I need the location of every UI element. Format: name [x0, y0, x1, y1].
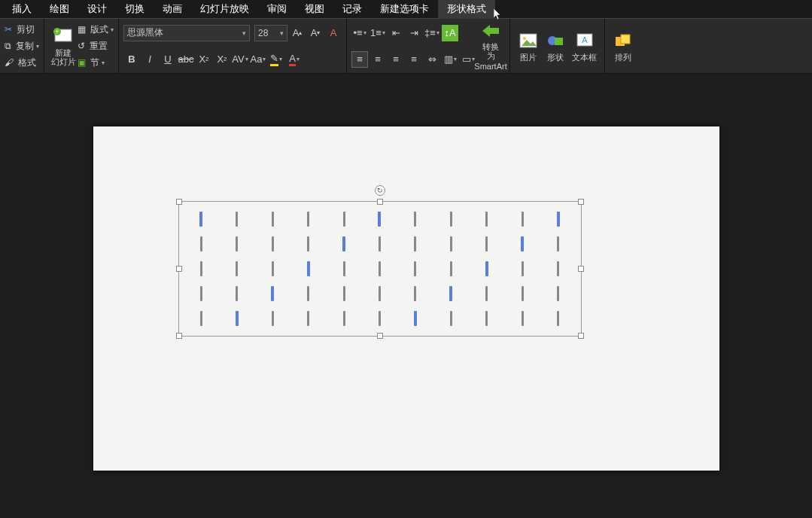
- tick-mark: [199, 212, 202, 227]
- arrange-icon: [613, 30, 634, 51]
- tick-mark: [557, 212, 560, 227]
- convert-smartart-button[interactable]: 转换为 SmartArt: [476, 21, 505, 71]
- decrease-indent-button[interactable]: ⇤: [388, 25, 404, 41]
- tick-mark: [236, 236, 238, 251]
- text-direction-button[interactable]: ↕A: [442, 25, 458, 41]
- resize-handle-tr[interactable]: [578, 199, 584, 205]
- eraser-icon: A: [330, 27, 337, 38]
- copy-button[interactable]: ⧉复制▾: [5, 38, 39, 54]
- rotation-handle[interactable]: ↻: [375, 185, 385, 196]
- menu-design[interactable]: 设计: [78, 0, 116, 19]
- tick-mark: [557, 236, 559, 251]
- menu-record[interactable]: 记录: [333, 0, 371, 19]
- textbox-content: [184, 206, 576, 331]
- increase-font-button[interactable]: A▴: [289, 25, 306, 41]
- shapes-button[interactable]: 形状: [542, 21, 569, 71]
- highlight-button[interactable]: ✎▾: [268, 51, 284, 68]
- menu-view[interactable]: 视图: [296, 0, 333, 19]
- align-left-button[interactable]: ≡: [351, 51, 368, 68]
- resize-handle-t[interactable]: [377, 199, 383, 205]
- resize-handle-l[interactable]: [176, 266, 182, 272]
- group-paragraph: •≡▾ 1≡▾ ⇤ ⇥ ‡≡▾ ↕A ≡ ≡ ≡ ≡ ⇔ ▥▾ ▭▾ 转换为 S…: [347, 19, 510, 73]
- arrange-button[interactable]: 排列: [610, 21, 637, 71]
- numbering-button[interactable]: 1≡▾: [370, 25, 386, 41]
- resize-handle-br[interactable]: [578, 333, 584, 339]
- chevron-down-icon: ▾: [382, 29, 385, 36]
- resize-handle-tl[interactable]: [176, 199, 182, 205]
- section-button[interactable]: ▣节▾: [78, 54, 114, 71]
- align-center-button[interactable]: ≡: [370, 51, 386, 68]
- menu-shapeformat[interactable]: 形状格式: [438, 0, 495, 19]
- slide-canvas[interactable]: ↻: [93, 126, 719, 471]
- tick-mark: [557, 311, 559, 326]
- shapes-label: 形状: [547, 53, 564, 62]
- tick-mark: [485, 261, 488, 276]
- tick-mark: [379, 261, 381, 276]
- italic-button[interactable]: I: [141, 51, 158, 68]
- bullets-button[interactable]: •≡▾: [351, 25, 368, 41]
- tick-mark: [450, 236, 452, 251]
- font-size-select[interactable]: 28▾: [254, 25, 287, 41]
- smartart-label2: SmartArt: [474, 62, 506, 71]
- subscript-button[interactable]: X2: [214, 51, 230, 68]
- tick-mark: [414, 311, 417, 326]
- tick-mark: [485, 212, 488, 227]
- tick-mark: [414, 261, 416, 276]
- font-size-value: 28: [258, 28, 268, 38]
- chevron-down-icon: ▾: [297, 56, 300, 62]
- format-painter-button[interactable]: 🖌格式: [5, 54, 39, 71]
- tick-mark: [414, 236, 416, 251]
- distribute-button[interactable]: ⇔: [424, 51, 440, 68]
- superscript-button[interactable]: X2: [196, 51, 212, 68]
- chevron-down-icon: ▾: [279, 56, 282, 62]
- underline-button[interactable]: U: [160, 51, 176, 68]
- change-case-button[interactable]: Aa▾: [250, 51, 266, 68]
- menu-newtab[interactable]: 新建选项卡: [371, 0, 438, 19]
- menu-bar: 插入 绘图 设计 切换 动画 幻灯片放映 审阅 视图 记录 新建选项卡 形状格式: [0, 0, 812, 18]
- menu-draw[interactable]: 绘图: [41, 0, 78, 19]
- cut-label: 剪切: [17, 23, 35, 36]
- cut-button[interactable]: ✂剪切: [5, 21, 39, 38]
- section-label: 节: [90, 56, 99, 69]
- tick-mark: [307, 311, 309, 326]
- font-name-select[interactable]: 思源黑体▾: [123, 25, 250, 41]
- group-font: 思源黑体▾ 28▾ A▴ A▾ A B I U abc X2 X2 AV▾ Aa…: [119, 19, 347, 73]
- bold-button[interactable]: B: [123, 51, 140, 68]
- line-spacing-button[interactable]: ‡≡▾: [424, 25, 440, 41]
- new-slide-button[interactable]: + 新建 幻灯片: [49, 21, 78, 71]
- brush-icon: 🖌: [5, 57, 14, 68]
- chevron-down-icon: ▾: [245, 56, 248, 62]
- align-right-button[interactable]: ≡: [388, 51, 404, 68]
- menu-animation[interactable]: 动画: [154, 0, 191, 19]
- smartart-icon: [480, 21, 501, 41]
- reset-button[interactable]: ↺重置: [78, 38, 114, 54]
- menu-review[interactable]: 审阅: [258, 0, 296, 19]
- tick-mark: [200, 261, 202, 276]
- font-color-button[interactable]: A▾: [286, 51, 303, 68]
- selected-textbox[interactable]: ↻: [178, 201, 582, 337]
- decrease-font-button[interactable]: A▾: [307, 25, 324, 41]
- align-justify-button[interactable]: ≡: [406, 51, 422, 68]
- textbox-button[interactable]: A 文本框: [569, 21, 600, 71]
- picture-icon: [518, 30, 539, 51]
- picture-button[interactable]: 图片: [515, 21, 542, 71]
- tick-mark: [236, 286, 238, 301]
- resize-handle-r[interactable]: [578, 266, 584, 272]
- font-name-value: 思源黑体: [127, 26, 163, 39]
- menu-insert[interactable]: 插入: [3, 0, 41, 19]
- menu-slideshow[interactable]: 幻灯片放映: [191, 0, 258, 19]
- columns-button[interactable]: ▥▾: [442, 51, 458, 68]
- svg-text:+: +: [55, 28, 59, 35]
- ribbon: ✂剪切 ⧉复制▾ 🖌格式 + 新建 幻灯片 ▦版式▾ ↺重置 ▣节▾ 思源黑体▾…: [0, 18, 812, 74]
- slide-stage: ↻: [0, 74, 812, 518]
- tick-mark: [450, 261, 452, 276]
- increase-indent-button[interactable]: ⇥: [406, 25, 422, 41]
- resize-handle-bl[interactable]: [176, 333, 182, 339]
- clear-format-button[interactable]: A: [325, 25, 342, 41]
- menu-transition[interactable]: 切换: [116, 0, 154, 19]
- layout-button[interactable]: ▦版式▾: [78, 21, 114, 38]
- resize-handle-b[interactable]: [377, 333, 383, 339]
- strike-button[interactable]: abc: [178, 51, 194, 68]
- tick-mark: [379, 311, 381, 326]
- char-spacing-button[interactable]: AV▾: [232, 51, 248, 68]
